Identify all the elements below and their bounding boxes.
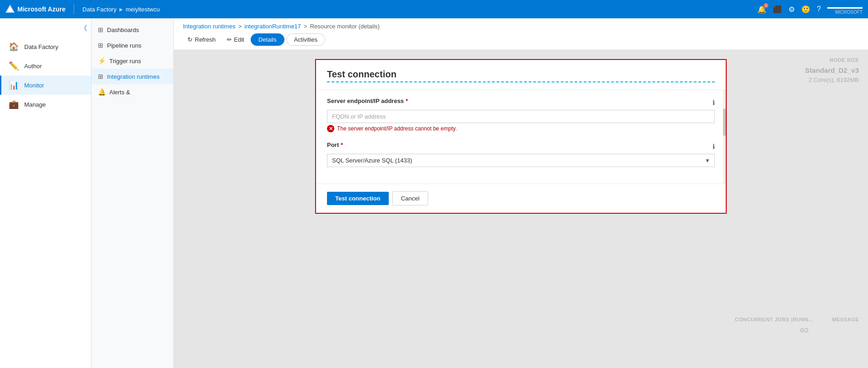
port-label-row: Port * ℹ [327,141,715,151]
cancel-button[interactable]: Cancel [392,191,428,206]
port-label: Port * [327,141,343,148]
sidebar-label-manage: Manage [24,101,46,108]
sidebar-item-monitor[interactable]: 📊 Monitor [0,76,91,95]
notification-badge: 1 [764,3,768,8]
left-sidebar: 《 🏠 Data Factory ✏️ Author 📊 Monitor 💼 M… [0,18,91,368]
secondary-item-pipeline-runs[interactable]: ⊞ Pipeline runs [91,38,173,53]
collapse-icon[interactable]: 《 [80,24,87,33]
header-right: 🔔 1 ⬛ ⚙ 🙂 ? ▬▬▬▬▬▬▬ MICROSOFT [757,4,863,15]
toolbar: ↻ Refresh ✏ Edit Details Activities [183,33,859,49]
azure-logo[interactable]: Microsoft Azure [5,5,65,14]
modal-title-input[interactable] [327,69,715,82]
author-icon: ✏️ [9,61,19,71]
secondary-item-integration-runtimes[interactable]: ⊞ Integration runtimes [91,69,173,84]
top-header: Microsoft Azure Data Factory ▶ meiyltest… [0,0,868,18]
port-select-wrapper: SQL Server/Azure SQL (1433) Custom ▼ [327,154,715,167]
content-body: NODE SIZE Standard_D2_v3 2 Core(s), 8192… [174,50,868,368]
service-name: Data Factory [82,6,116,13]
home-icon: 🏠 [9,42,19,52]
test-connection-modal: Server endpoint/IP address * ℹ ✕ The ser… [315,59,727,214]
port-group: Port * ℹ SQL Server/Azure SQL (1433) Cus… [327,141,715,167]
refresh-label: Refresh [195,36,216,43]
port-info-icon[interactable]: ℹ [713,143,715,150]
breadcrumb-integration-runtimes[interactable]: Integration runtimes [183,23,236,30]
server-endpoint-error: ✕ The server endpoint/IP address cannot … [327,125,715,132]
port-select[interactable]: SQL Server/Azure SQL (1433) Custom [327,154,715,167]
notifications-icon[interactable]: 🔔 1 [757,5,766,14]
breadcrumb-sep-2: > [304,23,307,30]
instance-name: meiyltestwcu [126,6,160,13]
collapse-button-area: 《 [0,22,91,37]
secondary-label-trigger-runs: Trigger runs [109,58,141,65]
sidebar-item-manage[interactable]: 💼 Manage [0,95,91,114]
server-endpoint-input[interactable] [327,110,715,123]
modal-scrollbar-thumb[interactable] [723,108,726,136]
user-name: ▬▬▬▬▬▬▬ [827,4,863,10]
sidebar-label-author: Author [24,63,42,70]
secondary-item-alerts[interactable]: 🔔 Alerts & [91,84,173,100]
header-left: Microsoft Azure Data Factory ▶ meiyltest… [5,4,160,15]
breadcrumb-bar: Integration runtimes > integrationRuntim… [183,23,859,30]
azure-label: Microsoft Azure [17,5,65,13]
pipeline-icon: ⊞ [98,42,103,49]
manage-icon: 💼 [9,99,19,109]
alerts-icon: 🔔 [98,88,106,96]
tenant-label: MICROSOFT [835,10,863,15]
integration-icon: ⊞ [98,73,103,80]
breadcrumb-resource-monitor: Resource monitor (details) [310,23,380,30]
content-area: Integration runtimes > integrationRuntim… [174,18,868,368]
breadcrumb-sep-1: > [238,23,242,30]
server-endpoint-label-text: Server endpoint/IP address [327,97,404,104]
sidebar-label-data-factory: Data Factory [24,43,58,50]
tab-activities[interactable]: Activities [286,33,325,46]
error-icon: ✕ [327,125,334,132]
settings-icon[interactable]: ⚙ [788,5,795,14]
content-header: Integration runtimes > integrationRuntim… [174,18,868,50]
header-divider [74,4,74,15]
modal-title-area [316,60,726,90]
sidebar-item-data-factory[interactable]: 🏠 Data Factory [0,37,91,56]
sidebar-item-author[interactable]: ✏️ Author [0,56,91,76]
server-endpoint-info-icon[interactable]: ℹ [713,99,715,106]
server-endpoint-label-row: Server endpoint/IP address * ℹ [327,97,715,107]
trigger-icon: ⚡ [98,57,106,65]
secondary-label-dashboards: Dashboards [107,27,139,33]
feedback-icon[interactable]: 🙂 [801,5,810,14]
monitor-icon: 📊 [9,80,19,90]
modal-scrollbar-track [723,90,726,184]
main-layout: 《 🏠 Data Factory ✏️ Author 📊 Monitor 💼 M… [0,18,868,368]
test-connection-button[interactable]: Test connection [327,192,389,205]
edit-icon: ✏ [227,36,232,43]
header-arrow: ▶ [119,7,123,12]
server-endpoint-required: * [406,97,408,104]
modal-footer: Test connection Cancel [316,184,726,213]
secondary-sidebar: ⊞ Dashboards ⊞ Pipeline runs ⚡ Trigger r… [91,18,174,368]
server-endpoint-group: Server endpoint/IP address * ℹ ✕ The ser… [327,97,715,132]
tab-details[interactable]: Details [251,33,284,46]
cloud-shell-icon[interactable]: ⬛ [773,5,782,14]
user-info[interactable]: ▬▬▬▬▬▬▬ MICROSOFT [827,4,863,15]
refresh-icon: ↻ [188,36,193,43]
port-required: * [341,141,343,148]
secondary-label-pipeline-runs: Pipeline runs [107,42,141,49]
secondary-item-trigger-runs[interactable]: ⚡ Trigger runs [91,53,173,69]
modal-overlay: Server endpoint/IP address * ℹ ✕ The ser… [174,50,868,368]
header-breadcrumb: Data Factory ▶ meiyltestwcu [82,6,160,13]
edit-label: Edit [234,36,244,43]
help-icon[interactable]: ? [817,5,821,13]
modal-body: Server endpoint/IP address * ℹ ✕ The ser… [316,90,726,184]
server-endpoint-label: Server endpoint/IP address * [327,97,408,104]
sidebar-label-monitor: Monitor [24,82,44,89]
secondary-label-integration: Integration runtimes [107,73,160,80]
error-message-text: The server endpoint/IP address cannot be… [337,125,457,132]
dashboards-icon: ⊞ [98,26,103,33]
port-label-text: Port [327,141,339,148]
secondary-label-alerts: Alerts & [109,89,130,96]
refresh-button[interactable]: ↻ Refresh [183,34,220,45]
secondary-item-dashboards[interactable]: ⊞ Dashboards [91,22,173,38]
breadcrumb-runtime17[interactable]: integrationRuntime17 [245,23,301,30]
edit-button[interactable]: ✏ Edit [222,34,249,45]
